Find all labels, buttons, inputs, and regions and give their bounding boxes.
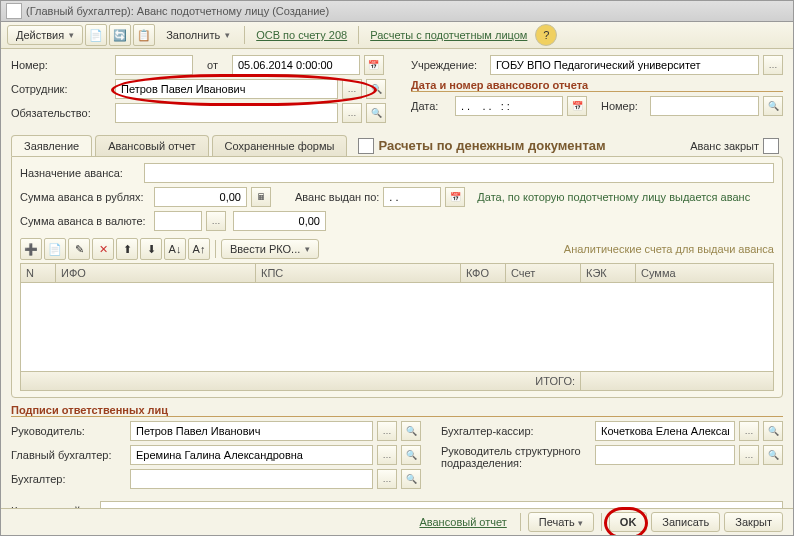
window-title: (Главный бухгалтер): Аванс подотчетному … — [26, 5, 329, 17]
ok-button[interactable]: OK — [609, 512, 648, 532]
move-up-icon[interactable]: ⬆ — [116, 238, 138, 260]
currency-input[interactable] — [154, 211, 202, 231]
form-body: Номер: от 📅 Сотрудник: … 🔍 Обязательство… — [1, 49, 793, 508]
tab-advance-report[interactable]: Авансовый отчет — [95, 135, 208, 156]
footer-report-link[interactable]: Авансовый отчет — [413, 516, 512, 528]
analytics-header: Аналитические счета для выдачи аванса — [321, 243, 774, 255]
leader-select-btn[interactable]: … — [377, 421, 397, 441]
employee-select-btn[interactable]: … — [342, 79, 362, 99]
calendar-icon[interactable]: 📅 — [364, 55, 384, 75]
leader-label: Руководитель: — [11, 425, 126, 437]
chief-input[interactable] — [130, 445, 373, 465]
date-input[interactable] — [232, 55, 360, 75]
calendar2-icon[interactable]: 📅 — [567, 96, 587, 116]
sum-rub-calc-icon[interactable]: 🖩 — [251, 187, 271, 207]
total-label: ИТОГО: — [21, 372, 581, 390]
issued-hint: Дата, по которую подотчетному лицу выдае… — [477, 191, 750, 203]
date2-label: Дата: — [411, 100, 451, 112]
employee-search-icon[interactable]: 🔍 — [366, 79, 386, 99]
obligation-input[interactable] — [115, 103, 338, 123]
obligation-select-btn[interactable]: … — [342, 103, 362, 123]
print-button[interactable]: Печать — [528, 512, 594, 532]
fill-dropdown[interactable]: Заполнить — [157, 25, 239, 45]
number2-input[interactable] — [650, 96, 759, 116]
main-toolbar: Действия 📄 🔄 📋 Заполнить ОСВ по счету 20… — [1, 22, 793, 49]
col-kek[interactable]: КЭК — [581, 264, 636, 282]
grid: N ИФО КПС КФО Счет КЭК Сумма ИТОГО: — [20, 263, 774, 391]
sum-rub-input[interactable] — [154, 187, 247, 207]
tabs: Заявление Авансовый отчет Сохраненные фо… — [11, 135, 783, 156]
org-input[interactable] — [490, 55, 759, 75]
struct-input[interactable] — [595, 445, 735, 465]
employee-input[interactable] — [115, 79, 338, 99]
issued-input[interactable] — [383, 187, 441, 207]
employee-label: Сотрудник: — [11, 83, 111, 95]
cashier-select-btn[interactable]: … — [739, 421, 759, 441]
purpose-input[interactable] — [144, 163, 774, 183]
tab-statement[interactable]: Заявление — [11, 135, 92, 156]
actions-dropdown[interactable]: Действия — [7, 25, 83, 45]
titlebar: (Главный бухгалтер): Аванс подотчетному … — [1, 1, 793, 22]
add-row-icon[interactable]: ➕ — [20, 238, 42, 260]
number-input[interactable] — [115, 55, 193, 75]
col-sum[interactable]: Сумма — [636, 264, 773, 282]
chief-label: Главный бухгалтер: — [11, 449, 126, 461]
closed-label: Аванс закрыт — [690, 140, 759, 152]
obligation-label: Обязательство: — [11, 107, 111, 119]
number2-search-icon[interactable]: 🔍 — [763, 96, 783, 116]
tab-saved-forms[interactable]: Сохраненные формы — [212, 135, 348, 156]
org-select-btn[interactable]: … — [763, 55, 783, 75]
toolbar-icon-3[interactable]: 📋 — [133, 24, 155, 46]
osv-link[interactable]: ОСВ по счету 208 — [250, 29, 353, 41]
struct-select-btn[interactable]: … — [739, 445, 759, 465]
struct-search-icon[interactable]: 🔍 — [763, 445, 783, 465]
col-kps[interactable]: КПС — [256, 264, 461, 282]
help-icon[interactable]: ? — [535, 24, 557, 46]
grid-body[interactable] — [21, 283, 773, 371]
save-button[interactable]: Записать — [651, 512, 720, 532]
obligation-search-icon[interactable]: 🔍 — [366, 103, 386, 123]
calc-docs-checkbox[interactable] — [358, 138, 374, 154]
edit-row-icon[interactable]: ✎ — [68, 238, 90, 260]
cashier-label: Бухгалтер-кассир: — [441, 425, 591, 437]
leader-input[interactable] — [130, 421, 373, 441]
col-ifo[interactable]: ИФО — [56, 264, 256, 282]
accountant-label: Бухгалтер: — [11, 473, 126, 485]
copy-row-icon[interactable]: 📄 — [44, 238, 66, 260]
close-button[interactable]: Закрыт — [724, 512, 783, 532]
move-down-icon[interactable]: ⬇ — [140, 238, 162, 260]
accountant-input[interactable] — [130, 469, 373, 489]
total-value — [581, 372, 773, 390]
sum-cur-input[interactable] — [233, 211, 326, 231]
sort-desc-icon[interactable]: A↑ — [188, 238, 210, 260]
issued-calendar-icon[interactable]: 📅 — [445, 187, 465, 207]
from-label: от — [207, 59, 218, 71]
window-icon — [6, 3, 22, 19]
accountant-select-btn[interactable]: … — [377, 469, 397, 489]
rko-button[interactable]: Ввести РКО... — [221, 239, 319, 259]
accountant-search-icon[interactable]: 🔍 — [401, 469, 421, 489]
toolbar-icon-2[interactable]: 🔄 — [109, 24, 131, 46]
leader-search-icon[interactable]: 🔍 — [401, 421, 421, 441]
sort-asc-icon[interactable]: A↓ — [164, 238, 186, 260]
col-n[interactable]: N — [21, 264, 56, 282]
chief-search-icon[interactable]: 🔍 — [401, 445, 421, 465]
closed-checkbox[interactable] — [763, 138, 779, 154]
grid-toolbar: ➕ 📄 ✎ ✕ ⬆ ⬇ A↓ A↑ Ввести РКО... Аналитич… — [20, 235, 774, 263]
org-label: Учреждение: — [411, 59, 486, 71]
comment-input[interactable] — [100, 501, 783, 508]
toolbar-icon-1[interactable]: 📄 — [85, 24, 107, 46]
purpose-label: Назначение аванса: — [20, 167, 140, 179]
sum-rub-label: Сумма аванса в рублях: — [20, 191, 150, 203]
chief-select-btn[interactable]: … — [377, 445, 397, 465]
calc-link[interactable]: Расчеты с подотчетным лицом — [364, 29, 533, 41]
calc-docs-label: Расчеты по денежным документам — [378, 138, 605, 153]
col-acct[interactable]: Счет — [506, 264, 581, 282]
delete-row-icon[interactable]: ✕ — [92, 238, 114, 260]
cashier-search-icon[interactable]: 🔍 — [763, 421, 783, 441]
col-kfo[interactable]: КФО — [461, 264, 506, 282]
cashier-input[interactable] — [595, 421, 735, 441]
comment-label: Комментарий: — [11, 505, 96, 508]
currency-select-btn[interactable]: … — [206, 211, 226, 231]
date2-input[interactable] — [455, 96, 563, 116]
